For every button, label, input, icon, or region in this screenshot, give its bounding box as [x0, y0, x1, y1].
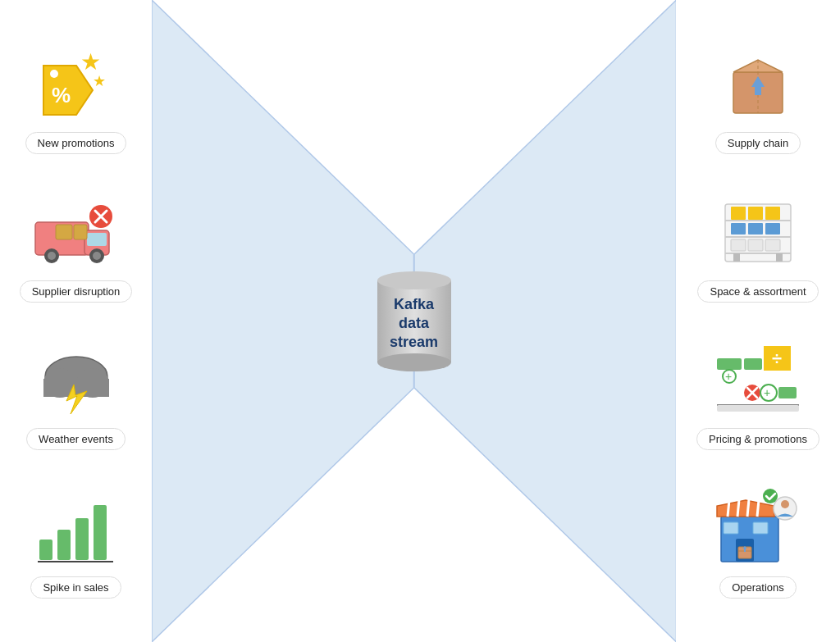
output-pricing-promotions: ÷ + +	[687, 339, 830, 450]
output-operations: Operations	[687, 488, 830, 599]
svg-text:★: ★	[80, 49, 101, 75]
new-promotions-icon: ★ ★ %	[31, 45, 121, 123]
svg-rect-39	[731, 223, 746, 234]
space-assortment-icon	[717, 196, 799, 270]
svg-rect-23	[75, 518, 89, 560]
svg-rect-6	[87, 233, 107, 246]
supply-chain-icon	[717, 48, 799, 121]
kafka-cylinder: Kafka data stream	[377, 271, 451, 371]
supplier-disruption-label: Supplier disruption	[20, 280, 133, 303]
svg-line-61	[728, 500, 729, 517]
pricing-promotions-icon: ÷ + +	[713, 342, 803, 420]
spike-in-sales-label: Spike in sales	[30, 576, 121, 599]
pricing-promotions-label: Pricing & promotions	[696, 428, 819, 450]
input-weather-events: Weather events	[11, 339, 142, 450]
new-promotions-icon-area: ★ ★ %	[27, 43, 126, 125]
space-assortment-label: Space & assortment	[697, 280, 818, 303]
diagram-container: ★ ★ % New promotions	[0, 0, 840, 642]
svg-line-62	[737, 499, 739, 517]
svg-text:%: %	[52, 83, 71, 107]
kafka-label: Kafka data stream	[390, 295, 438, 353]
svg-rect-24	[94, 505, 107, 560]
cylinder-body: Kafka data stream	[377, 280, 451, 362]
svg-text:+: +	[764, 386, 770, 399]
svg-marker-27	[414, 0, 677, 642]
svg-rect-43	[748, 239, 763, 251]
supplier-disruption-icon-area	[27, 192, 126, 274]
operations-label: Operations	[719, 576, 797, 599]
svg-marker-26	[152, 0, 414, 642]
right-column: Supply chain	[676, 0, 840, 642]
center-area: Kafka data stream	[152, 0, 676, 642]
right-expand-arrow	[414, 0, 677, 642]
svg-rect-42	[731, 239, 746, 251]
svg-rect-46	[776, 253, 783, 262]
spike-in-sales-icon	[31, 490, 121, 568]
svg-point-70	[763, 489, 778, 503]
supplier-disruption-icon	[31, 194, 121, 271]
svg-rect-38	[765, 207, 780, 220]
svg-rect-37	[748, 207, 763, 220]
input-spike-in-sales: Spike in sales	[11, 488, 142, 599]
svg-point-8	[48, 252, 56, 260]
weather-events-label: Weather events	[26, 428, 126, 450]
operations-icon	[713, 488, 803, 570]
svg-rect-59	[717, 405, 799, 412]
svg-point-2	[50, 70, 58, 78]
weather-events-icon-area	[27, 339, 126, 421]
kafka-line3: stream	[390, 335, 438, 351]
svg-rect-41	[765, 223, 780, 234]
weather-events-icon	[31, 342, 121, 420]
svg-rect-49	[744, 358, 762, 370]
svg-rect-11	[56, 225, 72, 239]
output-space-assortment: Space & assortment	[687, 192, 830, 303]
kafka-line2: data	[399, 315, 429, 331]
svg-rect-66	[724, 522, 738, 534]
svg-rect-12	[74, 225, 87, 239]
svg-rect-67	[753, 522, 768, 534]
svg-line-63	[747, 499, 749, 517]
kafka-line1: Kafka	[394, 296, 434, 312]
supply-chain-icon-area	[709, 43, 807, 125]
svg-text:÷: ÷	[772, 348, 782, 369]
pricing-promotions-icon-area: ÷ + +	[709, 339, 807, 421]
svg-rect-21	[39, 540, 52, 560]
svg-rect-36	[731, 207, 746, 220]
svg-line-64	[757, 500, 759, 517]
svg-point-10	[93, 252, 101, 260]
cylinder-top	[377, 271, 451, 289]
supply-chain-label: Supply chain	[715, 132, 801, 154]
output-supply-chain: Supply chain	[687, 43, 830, 154]
svg-point-69	[781, 500, 789, 508]
cylinder-wrapper: Kafka data stream	[377, 271, 451, 371]
svg-rect-40	[748, 223, 763, 234]
input-supplier-disruption: Supplier disruption	[11, 192, 142, 303]
left-column: ★ ★ % New promotions	[0, 0, 152, 642]
operations-icon-area	[709, 488, 807, 570]
svg-rect-48	[717, 358, 742, 370]
cylinder-bottom	[377, 353, 451, 371]
svg-rect-45	[733, 253, 740, 262]
svg-rect-19	[43, 379, 109, 397]
svg-text:★: ★	[93, 73, 106, 89]
left-funnel-arrow	[152, 0, 414, 642]
spike-in-sales-icon-area	[27, 488, 126, 570]
svg-rect-22	[57, 530, 71, 560]
svg-text:+: +	[725, 370, 732, 383]
svg-rect-44	[765, 239, 780, 251]
space-assortment-icon-area	[709, 192, 807, 274]
svg-rect-57	[778, 387, 797, 398]
input-new-promotions: ★ ★ % New promotions	[11, 43, 142, 154]
new-promotions-label: New promotions	[25, 132, 127, 154]
